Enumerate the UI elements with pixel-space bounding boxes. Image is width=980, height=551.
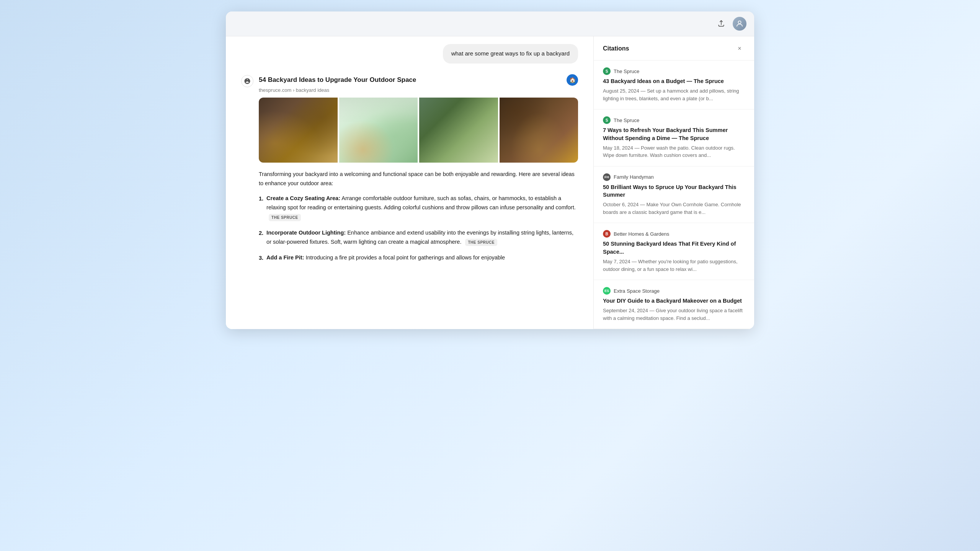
source-title: 54 Backyard Ideas to Upgrade Your Outdoo…	[259, 76, 416, 84]
citation-article-title-1: 43 Backyard Ideas on a Budget — The Spru…	[603, 77, 745, 85]
citation-item-3[interactable]: FH Family Handyman 50 Brilliant Ways to …	[594, 166, 754, 223]
citation-source-row-4: B Better Homes & Gardens	[603, 230, 745, 238]
citation-favicon-2: S	[603, 116, 611, 124]
list-item-2: Incorporate Outdoor Lighting: Enhance am…	[259, 228, 578, 247]
citation-article-title-5: Your DIY Guide to a Backyard Makeover on…	[603, 297, 745, 305]
backyard-image-3	[419, 98, 498, 163]
list-item-1-label: Create a Cozy Seating Area:	[266, 195, 340, 201]
main-layout: what are some great ways to fix up a bac…	[226, 36, 754, 329]
citation-article-title-2: 7 Ways to Refresh Your Backyard This Sum…	[603, 126, 745, 142]
backyard-image-2	[339, 98, 418, 163]
ai-response: 54 Backyard Ideas to Upgrade Your Outdoo…	[241, 74, 578, 269]
citation-favicon-4: B	[603, 230, 611, 238]
source-title-row: 54 Backyard Ideas to Upgrade Your Outdoo…	[259, 74, 578, 86]
citation-favicon-1: S	[603, 67, 611, 75]
citation-article-title-3: 50 Brilliant Ways to Spruce Up Your Back…	[603, 183, 745, 199]
backyard-image-4	[500, 98, 578, 163]
citation-snippet-4: May 7, 2024 — Whether you're looking for…	[603, 258, 745, 273]
svg-point-1	[738, 21, 741, 24]
citation-badge-2[interactable]: THE SPRUCE	[465, 239, 497, 246]
user-message-wrap: what are some great ways to fix up a bac…	[241, 44, 578, 64]
ai-numbered-list: Create a Cozy Seating Area: Arrange comf…	[259, 194, 578, 263]
citation-item-5[interactable]: ES Extra Space Storage Your DIY Guide to…	[594, 280, 754, 329]
citation-source-row-5: ES Extra Space Storage	[603, 287, 745, 295]
app-window: what are some great ways to fix up a bac…	[226, 11, 754, 329]
list-item-3-content: Add a Fire Pit: Introducing a fire pit p…	[266, 253, 505, 263]
citations-list: S The Spruce 43 Backyard Ideas on a Budg…	[594, 60, 754, 329]
citation-article-title-4: 50 Stunning Backyard Ideas That Fit Ever…	[603, 240, 745, 256]
citation-snippet-1: August 25, 2024 — Set up a hammock and a…	[603, 87, 745, 102]
source-breadcrumb: thespruce.com › backyard ideas	[259, 87, 578, 93]
citation-item-4[interactable]: B Better Homes & Gardens 50 Stunning Bac…	[594, 223, 754, 280]
citation-snippet-5: September 24, 2024 — Give your outdoor l…	[603, 307, 745, 322]
list-item-2-label: Incorporate Outdoor Lighting:	[266, 230, 346, 236]
list-item-3-label: Add a Fire Pit:	[266, 254, 304, 261]
source-path[interactable]: backyard ideas	[296, 87, 329, 93]
user-message: what are some great ways to fix up a bac…	[443, 44, 578, 64]
citation-snippet-3: October 6, 2024 — Make Your Own Cornhole…	[603, 201, 745, 216]
citation-source-row-3: FH Family Handyman	[603, 173, 745, 181]
citation-badge-1[interactable]: THE SPRUCE	[269, 214, 301, 221]
citation-source-name-2: The Spruce	[614, 117, 639, 123]
image-grid	[259, 98, 578, 163]
citation-source-name-3: Family Handyman	[614, 174, 654, 180]
citation-item-2[interactable]: S The Spruce 7 Ways to Refresh Your Back…	[594, 109, 754, 166]
citations-panel: Citations × S The Spruce 43 Backyard Ide…	[593, 36, 754, 329]
citation-source-row-1: S The Spruce	[603, 67, 745, 75]
ai-intro-text: Transforming your backyard into a welcom…	[259, 170, 578, 188]
share-button[interactable]	[714, 17, 728, 31]
avatar[interactable]	[733, 17, 746, 31]
backyard-image-1	[259, 98, 338, 163]
citations-header: Citations ×	[594, 36, 754, 60]
source-card: 54 Backyard Ideas to Upgrade Your Outdoo…	[259, 74, 578, 93]
ai-icon	[241, 75, 253, 87]
list-item-1-content: Create a Cozy Seating Area: Arrange comf…	[266, 194, 578, 222]
source-domain[interactable]: thespruce.com	[259, 87, 291, 93]
breadcrumb-separator: ›	[293, 87, 296, 93]
citation-source-name-5: Extra Space Storage	[614, 288, 660, 294]
citation-source-name-1: The Spruce	[614, 68, 639, 74]
top-bar	[226, 11, 754, 36]
citation-source-row-2: S The Spruce	[603, 116, 745, 124]
source-home-icon[interactable]: 🏠	[567, 74, 578, 86]
citation-snippet-2: May 18, 2024 — Power wash the patio. Cle…	[603, 144, 745, 159]
citation-source-name-4: Better Homes & Gardens	[614, 231, 669, 237]
list-item-3: Add a Fire Pit: Introducing a fire pit p…	[259, 253, 578, 263]
user-message-text: what are some great ways to fix up a bac…	[451, 50, 570, 57]
citation-favicon-5: ES	[603, 287, 611, 295]
citations-title: Citations	[603, 45, 629, 52]
citations-close-button[interactable]: ×	[734, 43, 745, 54]
chat-messages: what are some great ways to fix up a bac…	[226, 44, 593, 321]
citation-item-1[interactable]: S The Spruce 43 Backyard Ideas on a Budg…	[594, 60, 754, 109]
ai-content: 54 Backyard Ideas to Upgrade Your Outdoo…	[259, 74, 578, 269]
chat-area: what are some great ways to fix up a bac…	[226, 36, 593, 329]
list-item-2-content: Incorporate Outdoor Lighting: Enhance am…	[266, 228, 578, 247]
citation-favicon-3: FH	[603, 173, 611, 181]
list-item-1: Create a Cozy Seating Area: Arrange comf…	[259, 194, 578, 222]
